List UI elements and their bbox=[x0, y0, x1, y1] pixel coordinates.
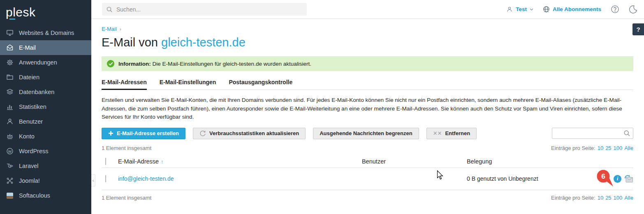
tab-email-adressen[interactable]: E-Mail-Adressen bbox=[102, 79, 147, 90]
table-header: E-Mail-Adresse↑ Benutzer Belegung bbox=[102, 155, 633, 168]
tab-postausgangskontrolle[interactable]: Postausgangskontrolle bbox=[229, 79, 292, 90]
filter-search-icon[interactable] bbox=[623, 130, 630, 138]
user-menu[interactable]: Test bbox=[506, 6, 533, 13]
column-user[interactable]: Benutzer bbox=[362, 158, 467, 165]
sidebar-item-konto[interactable]: Konto bbox=[0, 129, 91, 144]
total-count: 1 Element insgesamt bbox=[102, 145, 151, 151]
table-row: info@gleich-testen.de 0 B genutzt von Un… bbox=[102, 168, 633, 190]
remove-x-icon: ✕✕ bbox=[433, 130, 442, 136]
sidebar-item-label: Statistiken bbox=[19, 104, 46, 110]
email-address-link[interactable]: info@gleich-testen.de bbox=[118, 175, 362, 182]
per-page-all-bottom[interactable]: Alle bbox=[624, 195, 633, 201]
plesk-logo[interactable]: plesk bbox=[0, 0, 91, 25]
globe-icon bbox=[543, 6, 550, 13]
refresh-usage-label: Verbrauchsstatistiken aktualisieren bbox=[209, 130, 299, 136]
sidebar-item-websites-domains[interactable]: Websites & Domains bbox=[0, 25, 91, 40]
sidebar-item-benutzer[interactable]: Benutzer bbox=[0, 114, 91, 129]
folder-icon bbox=[6, 74, 14, 81]
sidebar-item-laravel[interactable]: Laravel bbox=[0, 159, 91, 173]
page-title-domain: gleich-testen.de bbox=[161, 36, 246, 49]
limit-outgoing-button[interactable]: Ausgehende Nachrichten begrenzen bbox=[313, 128, 419, 139]
sort-asc-icon: ↑ bbox=[161, 159, 164, 165]
per-page-label: Einträge pro Seite: bbox=[551, 145, 595, 151]
sidebar-item-joomla[interactable]: Joomla! bbox=[0, 173, 91, 188]
softaculous-icon bbox=[6, 192, 14, 199]
sidebar-item-softaculous[interactable]: Softaculous bbox=[0, 188, 91, 203]
refresh-icon bbox=[199, 130, 206, 137]
per-page-25[interactable]: 25 bbox=[605, 145, 611, 151]
joomla-icon bbox=[6, 177, 14, 184]
row-checkbox[interactable] bbox=[105, 175, 106, 182]
envelope-icon bbox=[6, 44, 14, 51]
breadcrumb-separator: › bbox=[120, 26, 121, 32]
sidebar-collapse-handle[interactable]: ‹ bbox=[91, 174, 95, 186]
per-page-10-bottom[interactable]: 10 bbox=[598, 195, 603, 201]
page-title-prefix: E-Mail von bbox=[102, 36, 161, 49]
help-menu-button[interactable] bbox=[611, 5, 619, 14]
list-meta-bottom: 1 Element insgesamt Einträge pro Seite: … bbox=[102, 195, 633, 201]
sidebar-item-label: Anwendungen bbox=[19, 59, 57, 66]
sidebar-item-label: Joomla! bbox=[19, 177, 40, 184]
sidebar-item-statistiken[interactable]: Statistiken bbox=[0, 99, 91, 114]
select-all-checkbox[interactable] bbox=[105, 158, 106, 165]
row-actions: i bbox=[614, 175, 633, 183]
table-filter-input[interactable] bbox=[552, 128, 633, 139]
laravel-icon bbox=[6, 162, 14, 170]
dark-mode-moon-icon[interactable] bbox=[629, 5, 637, 14]
column-usage[interactable]: Belegung bbox=[467, 158, 633, 165]
table-filter bbox=[552, 128, 633, 139]
remove-button[interactable]: ✕✕ Entfernen bbox=[426, 128, 477, 139]
per-page-10[interactable]: 10 bbox=[598, 145, 603, 151]
all-subscriptions-link[interactable]: Alle Abonnements bbox=[543, 6, 601, 13]
per-page-100-bottom[interactable]: 100 bbox=[614, 195, 623, 201]
per-page-100[interactable]: 100 bbox=[614, 145, 623, 151]
toolbar: E-Mail-Adresse erstellen Verbrauchsstati… bbox=[102, 128, 633, 139]
plesk-logo-dash bbox=[9, 18, 15, 20]
plesk-logo-text: plesk bbox=[6, 5, 36, 19]
sidebar-item-label: Konto bbox=[19, 133, 35, 140]
all-subscriptions-label: Alle Abonnements bbox=[553, 6, 601, 12]
sidebar-item-wordpress[interactable]: WordPress bbox=[0, 144, 91, 159]
refresh-usage-button[interactable]: Verbrauchsstatistiken aktualisieren bbox=[193, 128, 306, 139]
sidebar-item-datenbanken[interactable]: Datenbanken bbox=[0, 85, 91, 99]
sidebar-item-label: Softaculous bbox=[19, 192, 50, 199]
column-email[interactable]: E-Mail-Adresse↑ bbox=[118, 158, 362, 165]
content: E-Mail › E-Mail von gleich-testen.de Inf… bbox=[91, 26, 644, 201]
breadcrumb: E-Mail › bbox=[102, 26, 633, 32]
banner-label: Information: bbox=[118, 61, 151, 67]
tab-email-einstellungen[interactable]: E-Mail-Einstellungen bbox=[160, 79, 216, 90]
bar-chart-icon bbox=[6, 103, 14, 110]
sidebar-item-label: Laravel bbox=[19, 163, 39, 169]
webmail-icon[interactable] bbox=[624, 175, 633, 183]
remove-label: Entfernen bbox=[445, 130, 470, 136]
sidebar-item-anwendungen[interactable]: Anwendungen bbox=[0, 55, 91, 70]
per-page-all[interactable]: Alle bbox=[624, 145, 633, 151]
topbar-right: Test Alle Abonnements bbox=[506, 5, 637, 14]
help-tab-button[interactable]: ? bbox=[632, 23, 644, 35]
create-email-button[interactable]: E-Mail-Adresse erstellen bbox=[102, 128, 185, 139]
crown-icon bbox=[6, 133, 14, 140]
page-description: Erstellen und verwalten Sie E-Mail-Konte… bbox=[102, 96, 633, 122]
sidebar-item-label: WordPress bbox=[19, 148, 48, 154]
chevron-down-icon bbox=[530, 8, 533, 11]
search-icon bbox=[106, 6, 113, 13]
row-usage-cell: 0 B genutzt von Unbegrenzt bbox=[467, 175, 614, 182]
breadcrumb-email-link[interactable]: E-Mail bbox=[102, 26, 117, 32]
search-input[interactable] bbox=[116, 6, 303, 13]
create-email-label: E-Mail-Adresse erstellen bbox=[117, 130, 179, 136]
success-check-icon bbox=[107, 60, 114, 67]
sidebar-item-label: Datenbanken bbox=[19, 89, 54, 95]
user-icon bbox=[506, 6, 513, 13]
page-title: E-Mail von gleich-testen.de bbox=[102, 35, 633, 50]
list-meta-top: 1 Element insgesamt Einträge pro Seite: … bbox=[102, 145, 633, 151]
per-page-25-bottom[interactable]: 25 bbox=[605, 195, 611, 201]
sidebar-item-label: Websites & Domains bbox=[19, 30, 74, 36]
info-icon[interactable]: i bbox=[614, 175, 621, 183]
layers-icon bbox=[6, 88, 14, 96]
limit-outgoing-label: Ausgehende Nachrichten begrenzen bbox=[320, 130, 412, 136]
sidebar-item-dateien[interactable]: Dateien bbox=[0, 70, 91, 85]
user-name: Test bbox=[516, 6, 527, 12]
wordpress-icon bbox=[6, 147, 14, 155]
sidebar-item-email[interactable]: E-Mail bbox=[0, 40, 91, 55]
banner-message: Die E-Mail-Einstellungen für gleich-test… bbox=[153, 61, 311, 67]
